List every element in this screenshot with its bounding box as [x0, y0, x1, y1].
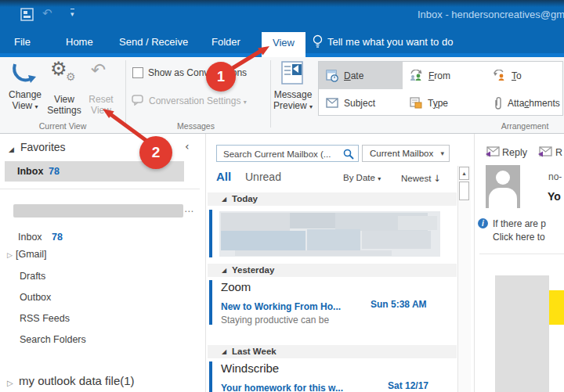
reset-view-label: Reset — [89, 94, 113, 105]
qat-customize-icon[interactable]: ▾ — [70, 9, 74, 18]
search-scope-dropdown[interactable]: Current Mailbox ▾ — [362, 145, 450, 162]
tab-view-selected[interactable]: View — [262, 32, 306, 57]
title-bar: ↶ ▾ Inbox - hendersoncreatives@gm — [0, 0, 564, 30]
lightbulb-icon — [313, 34, 323, 49]
info-bar[interactable]: i If there are p Click here to — [478, 217, 564, 248]
type-icon — [410, 97, 422, 109]
arrangement-gallery: Date From — [318, 61, 563, 116]
view-settings-label: View — [54, 94, 74, 105]
change-view-label: Change — [9, 89, 42, 100]
group-label-current-view: Current View — [8, 121, 118, 131]
filter-unread[interactable]: Unread — [245, 171, 281, 183]
collapse-folder-pane-icon[interactable]: ‹ — [185, 140, 190, 153]
group-divider — [270, 60, 271, 128]
arrow-down-icon: ↓ — [434, 173, 442, 184]
group-header-today[interactable]: ◢ Today — [208, 192, 457, 206]
pane-divider — [474, 134, 475, 392]
tab-home[interactable]: Home — [66, 36, 93, 48]
reply-all-button[interactable]: R — [555, 147, 564, 158]
conversation-settings-button[interactable]: Conversation Settings ▾ — [149, 95, 247, 106]
sender-avatar — [486, 165, 520, 208]
search-box — [216, 145, 359, 162]
list-scrollbar[interactable]: ▴ — [457, 166, 471, 392]
callout-1: 1 — [206, 62, 236, 92]
blurred-email-preview[interactable] — [219, 211, 440, 257]
arrange-by-type[interactable]: Type — [403, 89, 486, 116]
email-sender: Windscribe — [221, 361, 456, 375]
tab-file[interactable]: File — [14, 36, 31, 48]
info-icon: i — [478, 218, 488, 228]
arrange-by-to[interactable]: To — [486, 62, 563, 89]
to-icon — [493, 70, 506, 81]
unread-indicator — [209, 280, 212, 325]
arrange-by-attachments[interactable]: Attachments — [486, 89, 563, 116]
view-settings-button[interactable]: ⚙ ⚙ View Settings — [45, 61, 83, 113]
search-icon[interactable] — [343, 149, 354, 160]
ribbon: Change View ▾ ⚙ ⚙ View Settings ↶ Reset … — [0, 57, 564, 134]
favorites-expand-icon[interactable]: ◢ — [9, 146, 14, 153]
unread-count-badge: 78 — [49, 166, 60, 177]
group-divider — [125, 60, 126, 128]
email-subject: Your homework for this w... — [221, 383, 343, 392]
group-header-yesterday[interactable]: ◢ Yesterday — [208, 264, 457, 277]
sidebar-item-outbox[interactable]: Outbox — [20, 292, 51, 303]
sidebar-item-inbox[interactable]: Inbox 78 — [18, 229, 63, 243]
message-sender: no- — [548, 171, 564, 182]
email-sender: Zoom — [221, 280, 456, 293]
gear-small-icon: ⚙ — [66, 70, 76, 83]
sidebar-item-data-file[interactable]: my outlook data file(1) — [19, 374, 135, 387]
tab-folder[interactable]: Folder — [212, 36, 240, 48]
email-time: Sat 12/17 — [388, 380, 428, 391]
arrange-by-from[interactable]: From — [403, 62, 486, 89]
change-view-icon — [10, 61, 37, 86]
message-preview-icon — [281, 61, 305, 86]
sidebar-item-drafts[interactable]: Drafts — [20, 271, 45, 282]
scrollbar-thumb[interactable] — [459, 182, 469, 200]
data-file-expand-icon[interactable]: ▷ — [7, 379, 13, 387]
arrange-by-date[interactable]: Date — [319, 62, 403, 89]
divider — [479, 254, 564, 254]
tab-send-receive[interactable]: Send / Receive — [119, 36, 188, 48]
group-expand-icon: ◢ — [222, 348, 226, 355]
group-header-last-week[interactable]: ◢ Last Week — [208, 345, 457, 358]
favorites-header[interactable]: Favorites — [20, 141, 66, 153]
reset-view-button[interactable]: ↶ Reset View — [85, 61, 118, 113]
show-as-conversations-checkbox[interactable] — [132, 67, 143, 78]
email-preview: Staying productive can be — [221, 315, 456, 325]
reply-icon — [486, 146, 500, 157]
paperclip-icon — [493, 96, 502, 110]
pane-divider — [205, 134, 206, 392]
arrange-by-subject[interactable]: Subject — [319, 89, 403, 116]
email-item-windscribe[interactable]: Windscribe Your homework for this w... S… — [221, 361, 456, 392]
scroll-up-button[interactable]: ▴ — [459, 167, 469, 180]
search-input[interactable] — [222, 146, 342, 162]
sidebar-item-rss-feeds[interactable]: RSS Feeds — [20, 313, 70, 324]
message-body-blurred — [495, 275, 549, 392]
reply-button[interactable]: Reply — [502, 147, 527, 158]
sort-order-toggle[interactable]: Newest ↓ — [401, 173, 441, 184]
subject-icon — [326, 98, 338, 108]
highlight-block — [549, 290, 564, 325]
from-icon — [410, 70, 423, 81]
unread-indicator — [209, 361, 212, 392]
group-expand-icon: ◢ — [222, 267, 226, 274]
email-item-zoom[interactable]: Zoom New to Working From Ho... Sun 5:38 … — [221, 280, 456, 329]
group-expand-icon: ◢ — [222, 196, 226, 203]
filter-all-selected[interactable]: All — [216, 170, 231, 183]
sidebar-item-search-folders[interactable]: Search Folders — [20, 334, 86, 345]
group-label-messages: Messages — [149, 121, 243, 131]
group-label-arrangement: Arrangement — [478, 121, 564, 131]
gmail-expand-icon[interactable]: ▷ — [7, 251, 13, 259]
account-name-blurred[interactable] — [13, 204, 183, 218]
sidebar-item-gmail[interactable]: [Gmail] — [16, 249, 47, 260]
tell-me-box[interactable]: Tell me what you want to do — [327, 36, 453, 48]
change-view-button[interactable]: Change View ▾ — [8, 61, 42, 113]
message-preview-label: Message — [274, 89, 313, 100]
reply-all-icon — [538, 146, 552, 157]
sort-by-dropdown[interactable]: By Date ▾ — [343, 173, 381, 182]
undo-icon[interactable]: ↶ — [42, 6, 52, 20]
outlook-app-icon[interactable] — [20, 8, 34, 21]
account-options-ellipsis[interactable]: ⋯ — [184, 206, 193, 217]
message-preview-button[interactable]: Message Preview ▾ — [273, 61, 313, 117]
unread-indicator — [209, 210, 212, 257]
